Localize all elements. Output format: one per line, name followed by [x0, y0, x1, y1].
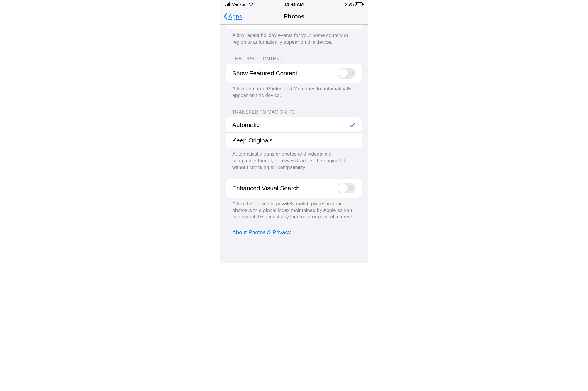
about-photos-privacy-link[interactable]: About Photos & Privacy… [220, 220, 368, 242]
transfer-group: Automatic Keep Originals [226, 117, 362, 148]
holiday-events-footer: Allow recent holiday events for your hom… [220, 29, 368, 46]
back-label: Apps [228, 13, 242, 20]
featured-content-footer: Allow Featured Photos and Memories to au… [220, 83, 368, 99]
transfer-keep-originals-row[interactable]: Keep Originals [226, 132, 362, 148]
row-label: Automatic [232, 121, 260, 128]
navigation-bar: Apps Photos [220, 8, 368, 25]
battery-icon [355, 2, 363, 6]
show-featured-content-row[interactable]: Show Featured Content [226, 64, 362, 83]
transfer-automatic-row[interactable]: Automatic [226, 117, 362, 132]
back-button[interactable]: Apps [223, 13, 242, 20]
visual-search-footer: Allow this device to privately match pla… [220, 198, 368, 221]
chevron-left-icon [223, 13, 228, 20]
transfer-footer: Automatically transfer photos and videos… [220, 148, 368, 171]
holiday-events-toggle[interactable] [338, 25, 356, 25]
featured-content-header: FEATURED CONTENT [220, 46, 368, 64]
checkmark-icon [349, 122, 356, 128]
featured-content-group: Show Featured Content [226, 64, 362, 83]
row-label: Show Featured Content [232, 70, 297, 77]
transfer-header: TRANSFER TO MAC OR PC [220, 99, 368, 117]
page-title: Photos [284, 13, 304, 20]
wifi-icon [248, 2, 254, 6]
cellular-signal-icon [225, 2, 230, 6]
status-bar: Verizon 11:43 AM 25% [220, 0, 368, 8]
enhanced-visual-search-row[interactable]: Enhanced Visual Search [226, 179, 362, 198]
battery-percent: 25% [345, 2, 354, 7]
visual-search-group: Enhanced Visual Search [226, 179, 362, 198]
settings-content: Show Holiday Events Allow recent holiday… [220, 25, 368, 242]
show-holiday-events-row[interactable]: Show Holiday Events [226, 25, 362, 29]
visual-search-toggle[interactable] [338, 183, 356, 193]
row-label: Keep Originals [232, 137, 273, 144]
featured-content-toggle[interactable] [338, 68, 356, 79]
row-label: Enhanced Visual Search [232, 185, 300, 192]
phone-screen: Verizon 11:43 AM 25% Apps Photos Show Ho… [220, 0, 368, 263]
clock: 11:43 AM [284, 2, 304, 7]
carrier-label: Verizon [232, 2, 247, 7]
